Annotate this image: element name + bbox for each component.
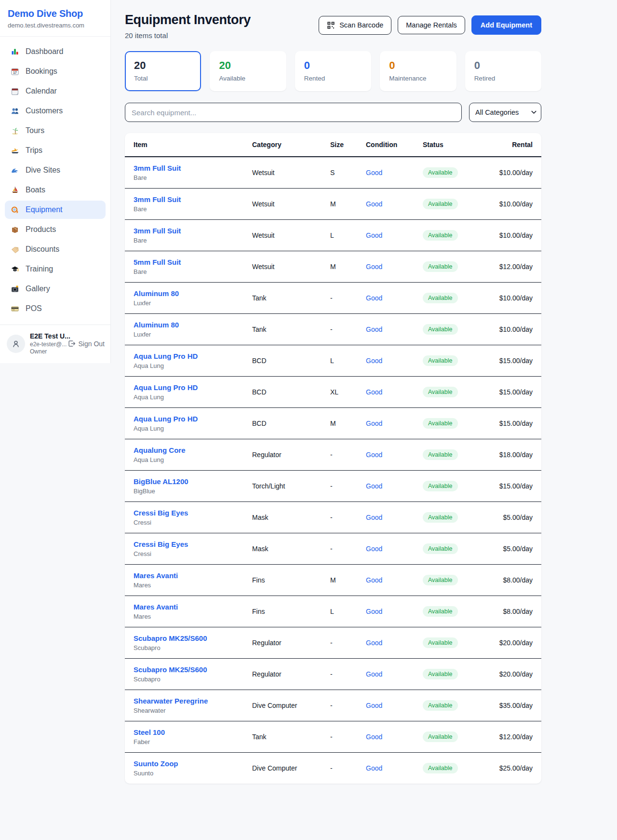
stat-card-retired[interactable]: 0Retired (465, 51, 541, 91)
status-badge: Available (423, 261, 458, 272)
condition-link[interactable]: Good (366, 388, 382, 396)
table-row: 3mm Full SuitBareWetsuitMGoodAvailable$1… (125, 189, 541, 220)
item-name-link[interactable]: BigBlue AL1200 (134, 477, 239, 486)
condition-link[interactable]: Good (366, 357, 382, 365)
condition-link[interactable]: Good (366, 702, 382, 709)
condition-link[interactable]: Good (366, 482, 382, 490)
sidebar-item-calendar[interactable]: Calendar (5, 82, 106, 100)
sidebar-item-bookings[interactable]: 17Bookings (5, 62, 106, 81)
condition-link[interactable]: Good (366, 325, 382, 333)
condition-cell: Good (359, 596, 416, 627)
condition-link[interactable]: Good (366, 514, 382, 521)
item-name-link[interactable]: Cressi Big Eyes (134, 540, 239, 548)
condition-link[interactable]: Good (366, 200, 382, 208)
item-name-link[interactable]: Mares Avanti (134, 571, 239, 580)
category-cell: Fins (245, 565, 323, 596)
status-badge: Available (423, 512, 458, 523)
sidebar-item-training[interactable]: Training (5, 260, 106, 278)
condition-link[interactable]: Good (366, 639, 382, 647)
add-equipment-button[interactable]: Add Equipment (471, 15, 541, 35)
sidebar-item-label: Boats (26, 186, 45, 194)
condition-link[interactable]: Good (366, 576, 382, 584)
item-cell: Suunto ZoopSuunto (125, 753, 245, 784)
training-cap-icon (11, 265, 19, 273)
sidebar-item-dashboard[interactable]: Dashboard (5, 42, 106, 61)
sidebar-item-discounts[interactable]: Discounts (5, 240, 106, 258)
sidebar-item-tours[interactable]: Tours (5, 122, 106, 140)
stat-card-available[interactable]: 20Available (210, 51, 286, 91)
item-name-link[interactable]: 3mm Full Suit (134, 195, 239, 203)
condition-link[interactable]: Good (366, 764, 382, 772)
item-name-link[interactable]: 3mm Full Suit (134, 227, 239, 235)
condition-link[interactable]: Good (366, 169, 382, 176)
item-name-link[interactable]: Cressi Big Eyes (134, 509, 239, 517)
avatar (7, 335, 25, 353)
condition-link[interactable]: Good (366, 733, 382, 741)
item-name-link[interactable]: Aqualung Core (134, 446, 239, 454)
item-name-link[interactable]: Aqua Lung Pro HD (134, 352, 239, 360)
stats-row: 20Total20Available0Rented0Maintenance0Re… (125, 51, 541, 91)
item-name-link[interactable]: Aqua Lung Pro HD (134, 415, 239, 423)
sidebar-item-pos[interactable]: POS (5, 299, 106, 318)
category-cell: Torch/Light (245, 471, 323, 502)
condition-link[interactable]: Good (366, 670, 382, 678)
item-name-link[interactable]: 5mm Full Suit (134, 258, 239, 266)
column-header-size: Size (323, 133, 359, 157)
sidebar-item-gallery[interactable]: Gallery (5, 280, 106, 298)
item-cell: Aqua Lung Pro HDAqua Lung (125, 408, 245, 439)
sidebar-item-label: Equipment (26, 205, 63, 214)
status-badge: Available (423, 669, 458, 679)
item-name-link[interactable]: Aqua Lung Pro HD (134, 383, 239, 392)
search-input[interactable] (125, 103, 462, 122)
item-name-link[interactable]: Mares Avanti (134, 603, 239, 611)
condition-link[interactable]: Good (366, 545, 382, 553)
status-badge: Available (423, 230, 458, 241)
stat-card-maintenance[interactable]: 0Maintenance (380, 51, 456, 91)
item-name-link[interactable]: Steel 100 (134, 728, 239, 736)
stat-card-total[interactable]: 20Total (125, 51, 201, 91)
sidebar-item-trips[interactable]: Trips (5, 141, 106, 160)
manage-rentals-button[interactable]: Manage Rentals (398, 16, 465, 34)
item-name-link[interactable]: Aluminum 80 (134, 321, 239, 329)
item-name-link[interactable]: Scubapro MK25/S600 (134, 665, 239, 674)
condition-link[interactable]: Good (366, 231, 382, 239)
condition-link[interactable]: Good (366, 420, 382, 427)
item-cell: Scubapro MK25/S600Scubapro (125, 659, 245, 690)
condition-link[interactable]: Good (366, 451, 382, 459)
status-cell: Available (416, 251, 486, 283)
item-name-link[interactable]: Aluminum 80 (134, 289, 239, 298)
item-brand: Luxfer (134, 299, 239, 307)
condition-link[interactable]: Good (366, 294, 382, 302)
sidebar-item-dive-sites[interactable]: Dive Sites (5, 161, 106, 179)
sidebar-item-boats[interactable]: Boats (5, 181, 106, 199)
page-header: Equipment Inventory 20 items total (125, 13, 541, 40)
condition-link[interactable]: Good (366, 263, 382, 271)
sidebar-item-products[interactable]: Products (5, 220, 106, 239)
rental-cell: $15.00/day (486, 377, 541, 408)
sign-out-button[interactable]: Sign Out (67, 339, 105, 348)
sidebar-item-label: Trips (26, 146, 42, 155)
stat-value: 20 (134, 59, 192, 72)
sidebar-item-equipment[interactable]: Equipment (5, 201, 106, 219)
status-badge: Available (423, 418, 458, 429)
table-row: 3mm Full SuitBareWetsuitSGoodAvailable$1… (125, 157, 541, 189)
condition-link[interactable]: Good (366, 608, 382, 615)
status-cell: Available (416, 157, 486, 189)
scan-barcode-button[interactable]: Scan Barcode (319, 16, 391, 35)
item-name-link[interactable]: 3mm Full Suit (134, 164, 239, 172)
size-cell: S (323, 157, 359, 189)
equipment-table: ItemCategorySizeConditionStatusRental 3m… (125, 133, 541, 784)
item-name-link[interactable]: Scubapro MK25/S600 (134, 634, 239, 642)
sidebar-item-label: Tours (26, 126, 44, 135)
category-select[interactable]: All Categories (469, 103, 541, 122)
item-name-link[interactable]: Shearwater Peregrine (134, 697, 239, 705)
table-row: Scubapro MK25/S600ScubaproRegulator-Good… (125, 627, 541, 659)
sidebar-item-label: Discounts (26, 245, 59, 254)
item-name-link[interactable]: Suunto Zoop (134, 759, 239, 768)
sidebar-item-customers[interactable]: Customers (5, 102, 106, 120)
size-cell: - (323, 533, 359, 565)
stat-card-rented[interactable]: 0Rented (295, 51, 371, 91)
category-cell: Wetsuit (245, 251, 323, 283)
item-cell: Aqua Lung Pro HDAqua Lung (125, 377, 245, 408)
status-cell: Available (416, 439, 486, 471)
